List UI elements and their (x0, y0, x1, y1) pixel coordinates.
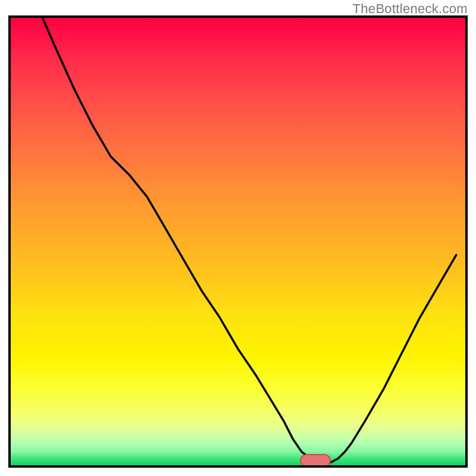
optimal-point-marker (300, 454, 331, 467)
watermark-label: TheBottleneck.com (353, 1, 468, 17)
plot-frame (8, 15, 468, 468)
chart-stage: TheBottleneck.com (0, 0, 476, 476)
heat-gradient-background (11, 18, 465, 465)
